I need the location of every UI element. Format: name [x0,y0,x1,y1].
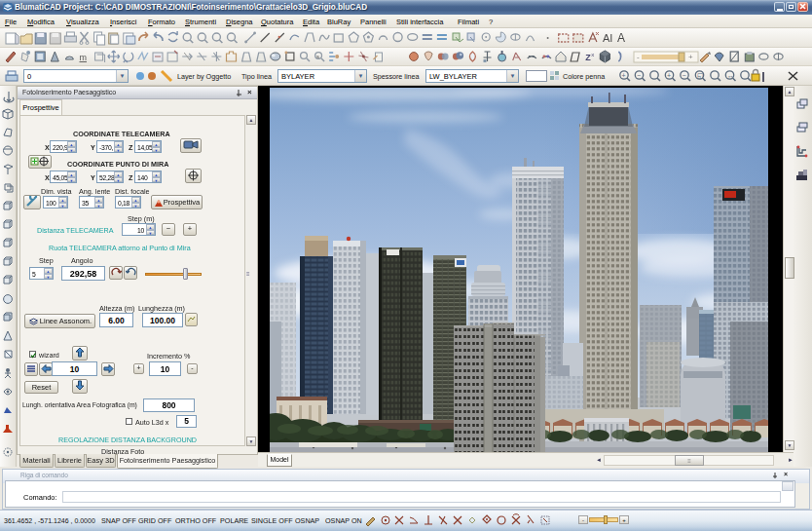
svg-text:+: + [688,53,693,61]
svg-text:−: − [683,72,686,79]
svg-text:+: + [667,72,671,79]
svg-text:+: + [622,72,626,79]
svg-text:AI: AI [603,32,612,44]
svg-text:◱: ◱ [697,72,704,79]
svg-text:s: s [316,54,319,59]
svg-text:↔: ↔ [727,72,734,79]
svg-text:m: m [80,53,88,62]
svg-text:x: x [591,52,594,57]
svg-text:A: A [617,31,625,45]
svg-text:−: − [637,72,641,79]
svg-text:-: - [637,53,640,61]
